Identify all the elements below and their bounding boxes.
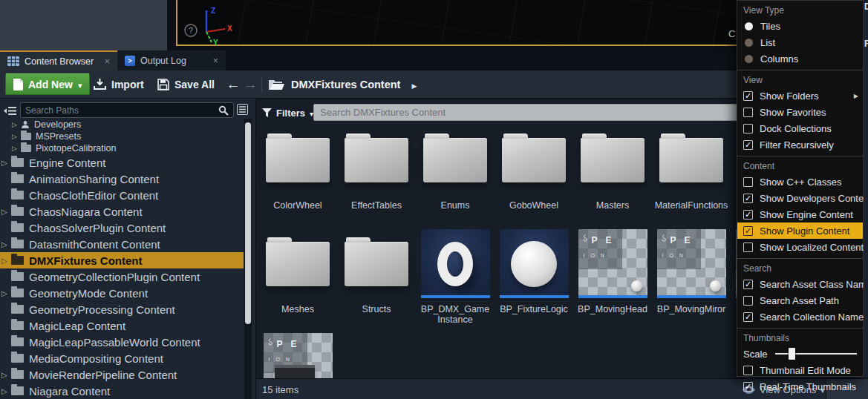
scale-slider[interactable] bbox=[775, 353, 857, 355]
expander-icon[interactable]: ▷ bbox=[1, 371, 10, 379]
tree-item-geometryprocessing[interactable]: GeometryProcessing Content bbox=[0, 301, 244, 317]
asset-tile-bp-dmx-gameinstance[interactable]: BP_DMX_Game Instance bbox=[416, 229, 495, 333]
asset-tile-bp-movinghead[interactable]: P E I O N BP_MovingHead bbox=[573, 229, 652, 333]
tree-item-mspresets[interactable]: ▷ MSPresets bbox=[0, 131, 244, 142]
menu-item-show-cpp-classes[interactable]: Show C++ Classes bbox=[737, 174, 863, 190]
menu-item-show-folders[interactable]: ✓ Show Folders bbox=[737, 88, 863, 104]
filters-button[interactable]: Filters bbox=[262, 104, 313, 122]
menu-item-search-asset-path[interactable]: Search Asset Path bbox=[737, 292, 863, 309]
search-paths-input[interactable] bbox=[20, 102, 234, 118]
expander-icon[interactable]: ▷ bbox=[12, 145, 21, 152]
back-arrow-icon[interactable] bbox=[225, 73, 241, 95]
menu-section-header: Content bbox=[737, 158, 863, 174]
menu-item-show-engine-content[interactable]: ✓ Show Engine Content bbox=[737, 206, 863, 222]
folder-tile-masters[interactable]: Masters bbox=[573, 125, 652, 229]
expander-icon[interactable]: ▷ bbox=[1, 387, 10, 395]
expander-icon[interactable]: ▷ bbox=[1, 208, 10, 216]
tree-item-engine-content[interactable]: ▷ Engine Content bbox=[0, 154, 244, 171]
expander-icon[interactable]: ▷ bbox=[1, 257, 10, 265]
breadcrumb[interactable]: DMXFixtures Content bbox=[269, 73, 417, 95]
folder-tile-enums[interactable]: Enums bbox=[416, 125, 495, 229]
checkbox[interactable]: ✓ bbox=[743, 280, 753, 289]
checkbox[interactable]: ✓ bbox=[743, 226, 753, 236]
scale-label: Scale bbox=[743, 349, 768, 360]
menu-item-search-collection-names[interactable]: ✓ Search Collection Names bbox=[737, 309, 863, 325]
folder-tile-colorwheel[interactable]: ColorWheel bbox=[258, 125, 337, 229]
menu-item-list[interactable]: List bbox=[737, 34, 863, 50]
slider-thumb[interactable] bbox=[789, 348, 795, 360]
checkbox[interactable]: ✓ bbox=[743, 194, 753, 203]
sidebar-scrollbar[interactable] bbox=[244, 119, 252, 399]
expander-icon[interactable]: ▷ bbox=[1, 289, 10, 297]
menu-item-show-localized-content[interactable]: Show Localized Content bbox=[737, 239, 863, 255]
checkbox[interactable] bbox=[743, 108, 753, 117]
tab-output-log[interactable]: Output Log bbox=[117, 50, 226, 70]
add-new-label: Add New bbox=[28, 79, 73, 90]
tree-item-geometrycollectionplugin[interactable]: GeometryCollectionPlugin Content bbox=[0, 268, 244, 285]
checkbox[interactable]: ✓ bbox=[743, 312, 753, 322]
asset-tile-bp-movingmiror[interactable]: P E I O N BP_MovingMiror bbox=[652, 229, 731, 333]
checkbox[interactable]: ✓ bbox=[743, 91, 753, 101]
import-button[interactable]: Import bbox=[89, 73, 149, 95]
tree-item-animationsharing[interactable]: AnimationSharing Content bbox=[0, 171, 244, 187]
menu-item-search-asset-class-names[interactable]: ✓ Search Asset Class Names bbox=[737, 276, 863, 292]
tab-content-browser[interactable]: Content Browser bbox=[0, 50, 117, 70]
menu-item-show-developers-content[interactable]: ✓ Show Developers Content bbox=[737, 190, 863, 206]
menu-item-show-plugin-content[interactable]: ✓ Show Plugin Content bbox=[737, 222, 863, 239]
radio-icon[interactable] bbox=[745, 55, 753, 63]
tree-item-chaosclotheditor[interactable]: ChaosClothEditor Content bbox=[0, 187, 244, 203]
checkbox[interactable] bbox=[743, 366, 753, 375]
tree-item-developers[interactable]: ▷ Developers bbox=[0, 119, 244, 131]
checkbox[interactable]: ✓ bbox=[743, 140, 753, 150]
menu-item-label: List bbox=[760, 37, 775, 48]
menu-item-columns[interactable]: Columns bbox=[737, 50, 863, 67]
folder-tile-structs[interactable]: Structs bbox=[337, 229, 416, 333]
scrollbar-thumb[interactable] bbox=[245, 122, 251, 324]
menu-item-dock-collections[interactable]: Dock Collections bbox=[737, 120, 863, 136]
breadcrumb-caret-icon[interactable] bbox=[411, 78, 417, 91]
menu-item-filter-recursively[interactable]: ✓ Filter Recursively bbox=[737, 136, 863, 153]
checkbox[interactable]: ✓ bbox=[743, 210, 753, 220]
checkbox[interactable] bbox=[743, 177, 753, 187]
radio-icon[interactable] bbox=[745, 39, 753, 47]
asset-tile-bp-fixturelogic[interactable]: BP_FixtureLogic bbox=[495, 229, 573, 333]
menu-item-show-favorites[interactable]: Show Favorites bbox=[737, 104, 863, 120]
paths-view-mode-button[interactable] bbox=[237, 104, 252, 118]
tree-item-geometrymode[interactable]: ▷ GeometryMode Content bbox=[0, 285, 244, 301]
asset-tile-photo[interactable]: P E I O N bbox=[258, 333, 337, 378]
checkbox[interactable] bbox=[743, 296, 753, 306]
tree-item-niagara[interactable]: ▷ Niagara Content bbox=[0, 383, 244, 399]
tree-item-mediacompositing[interactable]: MediaCompositing Content bbox=[0, 350, 244, 366]
help-icon[interactable]: ? bbox=[189, 27, 193, 35]
checkbox[interactable]: ✓ bbox=[743, 382, 753, 392]
folder-tile-meshes[interactable]: Meshes bbox=[258, 229, 337, 333]
tree-item-magicleappassableworld[interactable]: MagicLeapPassableWorld Content bbox=[0, 334, 244, 350]
folder-tile-gobowheel[interactable]: GoboWheel bbox=[495, 125, 573, 229]
tree-item-chaosniagara[interactable]: ▷ ChaosNiagara Content bbox=[0, 203, 244, 220]
collapse-sources-button[interactable] bbox=[2, 103, 18, 118]
tree-item-movierenderpipeline[interactable]: ▷ MovieRenderPipeline Content bbox=[0, 366, 244, 383]
tree-item-datasmithcontent[interactable]: ▷ DatasmithContent Content bbox=[0, 236, 244, 252]
forward-arrow-icon[interactable] bbox=[242, 73, 258, 95]
close-icon[interactable] bbox=[212, 56, 218, 65]
close-icon[interactable] bbox=[104, 56, 110, 66]
radio-icon[interactable] bbox=[745, 22, 753, 30]
checkbox[interactable] bbox=[743, 243, 753, 252]
expander-icon[interactable]: ▷ bbox=[1, 240, 10, 248]
tree-item-dmxfixtures[interactable]: ▷ DMXFixtures Content bbox=[0, 252, 244, 268]
folder-tile-effecttables[interactable]: EffectTables bbox=[337, 125, 416, 229]
menu-item-realtime-thumbnails[interactable]: ✓ Real-Time Thumbnails bbox=[737, 378, 863, 395]
tree-item-chaossolverplugin[interactable]: ChaosSolverPlugin Content bbox=[0, 220, 244, 236]
add-new-button[interactable]: Add New bbox=[5, 73, 90, 95]
menu-item-thumbnail-edit-mode[interactable]: Thumbnail Edit Mode bbox=[737, 362, 863, 378]
menu-item-label: Show Favorites bbox=[760, 107, 826, 118]
folder-tile-materialfunctions[interactable]: MaterialFunctions bbox=[652, 125, 731, 229]
expander-icon[interactable]: ▷ bbox=[1, 159, 10, 167]
tree-item-magicleap[interactable]: MagicLeap Content bbox=[0, 317, 244, 334]
save-all-button[interactable]: Save All bbox=[153, 73, 219, 95]
expander-icon[interactable]: ▷ bbox=[12, 133, 21, 140]
menu-item-tiles[interactable]: Tiles bbox=[737, 18, 863, 34]
tree-item-pixotopecalibration[interactable]: ▷ PixotopeCalibration bbox=[0, 142, 244, 154]
checkbox[interactable] bbox=[743, 124, 753, 133]
expander-icon[interactable]: ▷ bbox=[12, 121, 21, 128]
